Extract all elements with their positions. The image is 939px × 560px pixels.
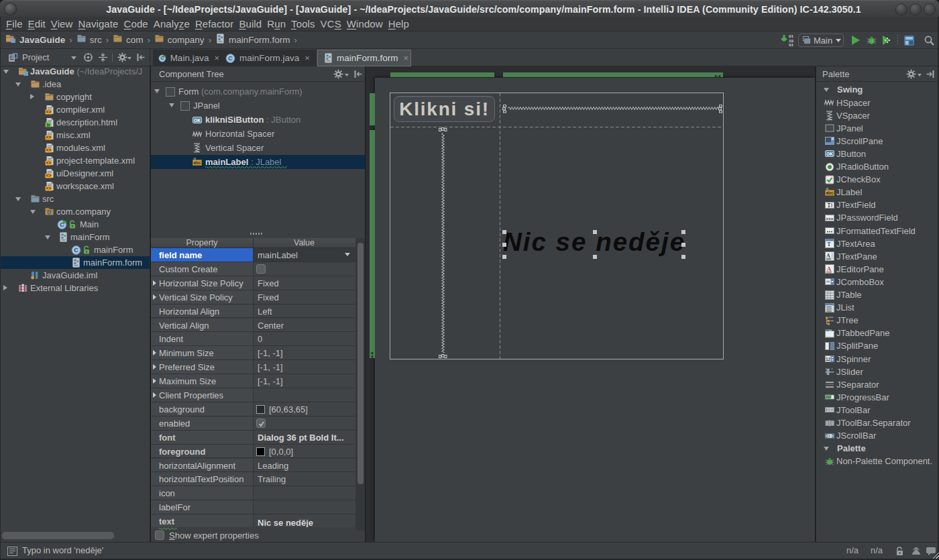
- svg-text:abc: abc: [193, 160, 201, 164]
- svg-text:<>: <>: [46, 110, 51, 115]
- svg-text:C: C: [228, 55, 233, 62]
- svg-text:A: A: [826, 266, 831, 272]
- svg-text:C: C: [74, 247, 78, 254]
- svg-text:OK: OK: [194, 117, 201, 122]
- svg-text:h: h: [46, 123, 49, 128]
- svg-text:01: 01: [789, 43, 794, 47]
- svg-text:<>: <>: [46, 148, 51, 153]
- svg-text:12: 12: [825, 357, 830, 361]
- svg-text:xxx: xxx: [826, 217, 833, 221]
- svg-text:<>: <>: [46, 161, 51, 166]
- svg-text:<>: <>: [46, 135, 51, 140]
- svg-text:<>: <>: [46, 174, 51, 178]
- svg-text:abc: abc: [826, 190, 834, 194]
- svg-text:OK: OK: [826, 152, 833, 156]
- svg-text:T: T: [827, 241, 831, 247]
- svg-text:A: A: [826, 253, 830, 259]
- svg-text:<>: <>: [46, 186, 51, 191]
